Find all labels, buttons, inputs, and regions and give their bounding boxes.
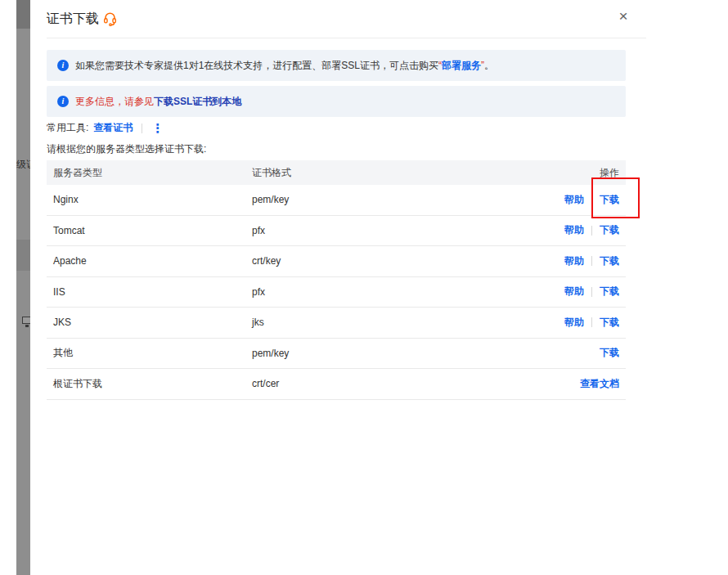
dialog-header: 证书下载 × bbox=[30, 0, 728, 38]
table-row: JKSjks帮助下载 bbox=[47, 308, 626, 339]
info-icon: i bbox=[57, 60, 69, 71]
common-tools-label: 常用工具: bbox=[47, 121, 88, 135]
table-row: Apachecrt/key帮助下载 bbox=[47, 246, 626, 277]
server-type-cell: Tomcat bbox=[47, 225, 252, 236]
info-icon: i bbox=[57, 96, 69, 107]
server-type-cell: Apache bbox=[47, 255, 252, 267]
server-type-cell: JKS bbox=[47, 317, 252, 328]
operation-cell: 帮助下载 bbox=[564, 223, 626, 237]
download-link[interactable]: 下载 bbox=[600, 223, 619, 237]
help-link[interactable]: 帮助 bbox=[564, 316, 584, 330]
cert-format-cell: crt/key bbox=[252, 255, 564, 267]
operation-cell: 查看文档 bbox=[580, 377, 626, 391]
action-divider bbox=[591, 256, 592, 266]
background-monitor-icon bbox=[22, 317, 30, 324]
operation-cell: 帮助下载 bbox=[564, 285, 626, 299]
certificate-download-dialog: 证书下载 × i 如果您需要技术专家提供1对1在线技术支持，进行配置、部署SSL… bbox=[30, 0, 728, 575]
table-row: 其他pem/key下载 bbox=[47, 339, 626, 370]
dialog-title: 证书下载 bbox=[47, 11, 99, 28]
table-row: IISpfx帮助下载 bbox=[47, 277, 626, 308]
action-divider bbox=[591, 226, 592, 236]
table-body: Nginxpem/key帮助下载Tomcatpfx帮助下载Apachecrt/k… bbox=[47, 185, 626, 400]
cert-format-cell: jks bbox=[252, 317, 564, 328]
help-link[interactable]: 帮助 bbox=[564, 223, 584, 237]
operation-cell: 帮助下载 bbox=[564, 193, 626, 207]
action-divider bbox=[591, 317, 592, 327]
action-divider bbox=[591, 287, 592, 297]
headset-support-icon[interactable] bbox=[102, 11, 118, 26]
help-link[interactable]: 帮助 bbox=[564, 285, 584, 299]
operation-cell: 帮助下载 bbox=[564, 316, 626, 330]
server-type-cell: 根证书下载 bbox=[47, 377, 252, 391]
server-type-cell: Nginx bbox=[47, 194, 252, 205]
operation-cell: 下载 bbox=[600, 346, 626, 360]
cert-format-cell: pfx bbox=[252, 286, 564, 298]
download-ssl-doc-link[interactable]: 下载SSL证书到本地 bbox=[154, 96, 241, 107]
server-type-cell: 其他 bbox=[47, 346, 252, 360]
download-link[interactable]: 下载 bbox=[600, 285, 619, 299]
help-link[interactable]: 帮助 bbox=[564, 193, 584, 207]
table-row: Tomcatpfx帮助下载 bbox=[47, 216, 626, 247]
banner-text: 更多信息，请参见下载SSL证书到本地 bbox=[75, 95, 241, 109]
table-header-row: 服务器类型 证书格式 操作 bbox=[47, 160, 626, 185]
table-intro-text: 请根据您的服务器类型选择证书下载: bbox=[47, 142, 206, 156]
vertical-divider bbox=[142, 124, 142, 133]
header-divider bbox=[47, 38, 646, 38]
server-type-cell: IIS bbox=[47, 286, 252, 298]
download-link[interactable]: 下载 bbox=[600, 193, 619, 207]
table-row: Nginxpem/key帮助下载 bbox=[47, 185, 626, 216]
background-header-block bbox=[16, 0, 30, 29]
help-link[interactable]: 帮助 bbox=[564, 254, 584, 268]
header-operation: 操作 bbox=[600, 166, 626, 180]
background-page-strip: 级证 bbox=[16, 0, 30, 575]
header-server-type: 服务器类型 bbox=[47, 166, 252, 180]
action-divider bbox=[591, 195, 592, 204]
page: 级证 证书下载 × i 如果您需要技术专家提供1对1在线技术支持，进行配置、部署… bbox=[0, 0, 728, 575]
background-button-block bbox=[16, 240, 30, 271]
operation-cell: 帮助下载 bbox=[564, 254, 626, 268]
download-link[interactable]: 下载 bbox=[600, 346, 619, 360]
cert-format-cell: pem/key bbox=[252, 194, 564, 205]
common-tools-row: 常用工具: 查看证书 ⋮ bbox=[47, 121, 164, 135]
deploy-service-link[interactable]: 部署服务 bbox=[442, 60, 481, 71]
view-certificate-link[interactable]: 查看证书 bbox=[93, 121, 133, 135]
cert-format-cell: pem/key bbox=[252, 348, 600, 359]
cert-format-cell: crt/cer bbox=[252, 378, 580, 389]
view-docs-link[interactable]: 查看文档 bbox=[580, 377, 619, 391]
cert-format-cell: pfx bbox=[252, 225, 564, 236]
download-link[interactable]: 下载 bbox=[600, 316, 619, 330]
banner-text: 如果您需要技术专家提供1对1在线技术支持，进行配置、部署SSL证书，可点击购买“… bbox=[75, 59, 494, 73]
download-link[interactable]: 下载 bbox=[600, 254, 619, 268]
certificate-table: 服务器类型 证书格式 操作 Nginxpem/key帮助下载Tomcatpfx帮… bbox=[47, 160, 626, 400]
more-options-icon[interactable]: ⋮ bbox=[151, 124, 164, 133]
deploy-service-banner: i 如果您需要技术专家提供1对1在线技术支持，进行配置、部署SSL证书，可点击购… bbox=[47, 50, 626, 81]
header-cert-format: 证书格式 bbox=[252, 166, 600, 180]
table-row: 根证书下载crt/cer查看文档 bbox=[47, 369, 626, 400]
more-info-banner: i 更多信息，请参见下载SSL证书到本地 bbox=[47, 86, 626, 117]
background-clipped-text: 级证 bbox=[16, 158, 30, 172]
close-icon[interactable]: × bbox=[613, 7, 633, 26]
